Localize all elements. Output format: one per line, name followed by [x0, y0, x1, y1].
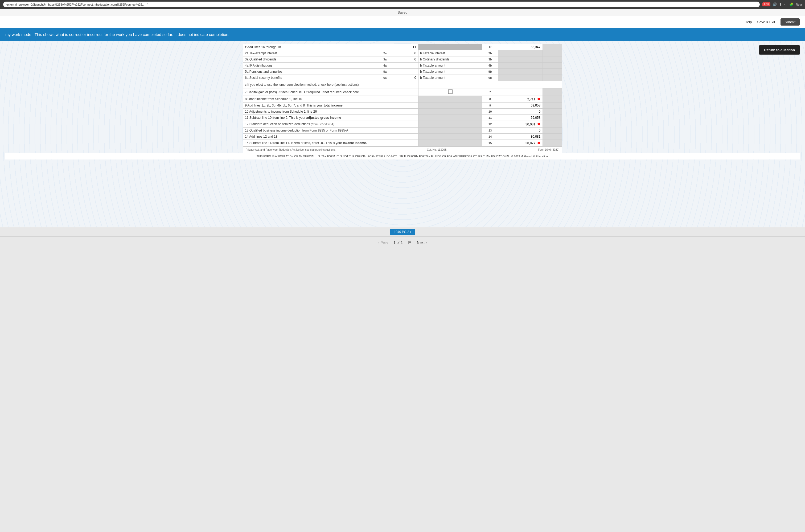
reload-label: Rela: [796, 3, 802, 6]
line-3b-value: [498, 56, 543, 62]
line-6b-code: 6b: [482, 75, 498, 81]
line-6b-end: [543, 75, 562, 81]
table-row: 7 Capital gain or (loss). Attach Schedul…: [243, 89, 562, 96]
line-c-label: c If you elect to use the lump-sum elect…: [243, 81, 419, 89]
table-row: 6a Social security benefits 6a 0 b Taxab…: [243, 75, 562, 81]
line-7-label: 7 Capital gain or (loss). Attach Schedul…: [243, 89, 419, 96]
line-4b-value: [498, 62, 543, 69]
line-13-code: 13: [482, 128, 498, 134]
line-15-mid: [419, 140, 482, 147]
footer-left: Privacy Act, and Paperwork Reduction Act…: [246, 148, 336, 151]
line-1z-end: [543, 44, 562, 50]
form-container: z Add lines 1a through 1h 11 1z 66,347 2…: [243, 44, 562, 153]
line-4b-label: b Taxable amount: [419, 62, 482, 69]
line-5a-code: 5a: [377, 69, 393, 75]
line-3a-code: 3a: [377, 56, 393, 62]
line-1z-value-right: 66,347: [498, 44, 543, 50]
saved-bar: Saved: [0, 9, 805, 16]
table-row: 3a Qualified dividends 3a 0 b Ordinary d…: [243, 56, 562, 62]
bottom-nav: ‹ Prev 1 of 1 ⊞ Next ›: [0, 236, 805, 248]
line-1z-code-left: [377, 44, 393, 50]
line-15-value: 38,977 ✖: [498, 140, 543, 147]
line-c-checkbox-cell: [419, 81, 562, 89]
line-14-value: 30,081: [498, 134, 543, 140]
browser-url: external_browser=0&launchUrl=https%253A%…: [3, 2, 760, 7]
line-9-value: 69,058: [498, 102, 543, 109]
line-11-code: 11: [482, 115, 498, 121]
info-banner: my work mode : This shows what is correc…: [0, 28, 805, 41]
table-row: 5a Pensions and annuities 5a b Taxable a…: [243, 69, 562, 75]
line-8-mid: [419, 96, 482, 102]
line-1z-value-left: 11: [393, 44, 419, 50]
line-5b-end: [543, 69, 562, 75]
table-row: 10 Adjustments to income from Schedule 1…: [243, 109, 562, 115]
line-1z-mid: [419, 44, 482, 50]
line-11-value: 69,058: [498, 115, 543, 121]
table-row: c If you elect to use the lump-sum elect…: [243, 81, 562, 89]
prev-button[interactable]: ‹ Prev: [378, 241, 388, 245]
line-10-end: [543, 109, 562, 115]
table-row: z Add lines 1a through 1h 11 1z 66,347: [243, 44, 562, 50]
line-5b-value: [498, 69, 543, 75]
table-row: 13 Qualified business income deduction f…: [243, 128, 562, 134]
return-to-question-button[interactable]: Return to question: [759, 45, 800, 55]
line-2b-code: 2b: [482, 50, 498, 56]
next-button[interactable]: Next ›: [417, 241, 427, 245]
line-9-label: 9 Add lines 1z, 2b, 3b, 4b, 5b, 6b, 7, a…: [243, 102, 419, 109]
line-14-mid: [419, 134, 482, 140]
line-6a-value: 0: [393, 75, 419, 81]
line-3a-value: 0: [393, 56, 419, 62]
line-15-label: 15 Subtract line 14 from line 11. If zer…: [243, 140, 419, 147]
line-13-mid: [419, 128, 482, 134]
disclaimer: THIS FORM IS A SIMULATION OF AN OFFICIAL…: [5, 153, 800, 159]
line-10-label: 10 Adjustments to income from Schedule 1…: [243, 109, 419, 115]
submit-button[interactable]: Submit: [781, 18, 800, 25]
line-10-mid: [419, 109, 482, 115]
line-7-checkbox-cell: [419, 89, 482, 96]
table-row: 4a IRA distributions 4a b Taxable amount…: [243, 62, 562, 69]
line-8-label: 8 Other income from Schedule 1, line 10: [243, 96, 419, 102]
line-14-end: [543, 134, 562, 140]
line-13-value: 0: [498, 128, 543, 134]
line-4b-end: [543, 62, 562, 69]
browser-bar: external_browser=0&launchUrl=https%253A%…: [0, 0, 805, 9]
table-row: 15 Subtract line 14 from line 11. If zer…: [243, 140, 562, 147]
line-7-checkbox[interactable]: [448, 90, 453, 94]
line-13-end: [543, 128, 562, 134]
table-row: 8 Other income from Schedule 1, line 10 …: [243, 96, 562, 102]
line-3a-label: 3a Qualified dividends: [243, 56, 377, 62]
table-row: 2a Tax-exempt interest 2a 0 b Taxable in…: [243, 50, 562, 56]
line-c-checkbox[interactable]: [488, 82, 492, 86]
line-13-label: 13 Qualified business income deduction f…: [243, 128, 419, 134]
line-12-label: 12 Standard deduction or itemized deduct…: [243, 121, 419, 128]
line-15-error-icon: ✖: [537, 141, 540, 145]
line-10-code: 10: [482, 109, 498, 115]
line-2a-value: 0: [393, 50, 419, 56]
table-row: 11 Subtract line 10 from line 9. This is…: [243, 115, 562, 121]
prev-chevron-icon: ‹: [378, 241, 380, 245]
tab-bar: 1040 PG 2 ›: [0, 227, 805, 236]
line-1z-code-right: 1z: [482, 44, 498, 50]
extensions-icon: 🧩: [789, 2, 793, 6]
line-2a-label: 2a Tax-exempt interest: [243, 50, 377, 56]
line-8-value: 2,711 ✖: [498, 96, 543, 102]
grid-icon[interactable]: ⊞: [408, 240, 411, 245]
line-12-end: [543, 121, 562, 128]
main-content: Return to question z Add lines 1a throug…: [0, 41, 805, 227]
line-14-code: 14: [482, 134, 498, 140]
line-2a-code: 2a: [377, 50, 393, 56]
top-nav: Help Save & Exit Submit: [0, 16, 805, 28]
line-12-error-icon: ✖: [537, 122, 540, 126]
line-8-end: [543, 96, 562, 102]
line-2b-label: b Taxable interest: [419, 50, 482, 56]
line-12-mid: [419, 121, 482, 128]
next-chevron-icon: ›: [426, 241, 427, 245]
line-8-code: 8: [482, 96, 498, 102]
line-6a-code: 6a: [377, 75, 393, 81]
line-2b-value: [498, 50, 543, 56]
help-link[interactable]: Help: [745, 20, 752, 24]
line-9-end: [543, 102, 562, 109]
save-exit-link[interactable]: Save & Exit: [757, 20, 775, 24]
tab-1040-pg2[interactable]: 1040 PG 2 ›: [390, 229, 416, 235]
star-icon: ☆: [146, 3, 149, 6]
